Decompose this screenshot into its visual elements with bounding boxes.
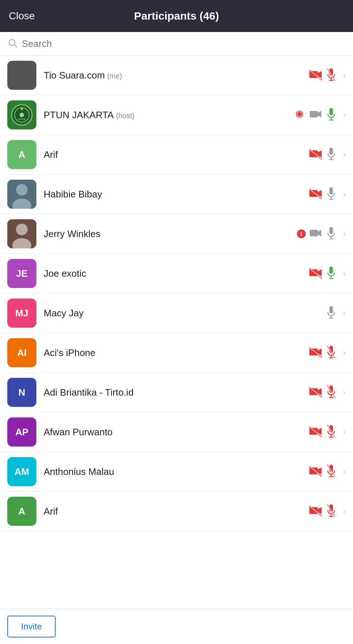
participant-row[interactable]: A Arif › [0, 135, 353, 175]
mic-on-icon [325, 266, 337, 281]
participant-row[interactable]: Tio Suara.com(me) › [0, 56, 353, 95]
video-off-icon [309, 385, 322, 400]
video-on-icon [309, 228, 322, 240]
recording-icon [293, 108, 306, 122]
participant-name: Anthonius Malau [44, 466, 309, 477]
avatar: A [7, 497, 36, 526]
svg-point-17 [297, 112, 302, 117]
video-off-icon [309, 345, 322, 360]
mic-off-icon [325, 68, 337, 83]
participant-tag: (host) [116, 112, 135, 120]
participants-list: Tio Suara.com(me) › PTUN PTUN JAKARTA(ho… [0, 56, 353, 609]
participant-row[interactable]: N Adi Briantika - Tirto.id › [0, 373, 353, 412]
participant-name: Adi Briantika - Tirto.id [44, 387, 309, 398]
svg-rect-55 [329, 306, 333, 313]
icons-area: › [309, 504, 346, 519]
chevron-right-icon: › [343, 348, 346, 358]
participant-row[interactable]: JE Joe exotic › [0, 254, 353, 293]
participant-row[interactable]: AM Anthonius Malau › [0, 452, 353, 492]
chevron-right-icon: › [343, 467, 346, 477]
mic-off-icon [325, 464, 337, 479]
participant-name: Habibie Bibay [44, 189, 309, 200]
chevron-right-icon: › [343, 70, 346, 80]
participant-row[interactable]: Jerry Winkles 1 › [0, 214, 353, 254]
icons-area: › [309, 147, 346, 162]
invite-button[interactable]: Invite [7, 616, 56, 637]
svg-rect-43 [310, 230, 318, 236]
participant-tag: (me) [107, 72, 122, 80]
chevron-right-icon: › [343, 229, 346, 239]
icons-area: › [309, 424, 346, 440]
close-button[interactable]: Close [9, 10, 35, 22]
chevron-right-icon: › [343, 427, 346, 437]
avatar: JE [7, 259, 36, 288]
search-bar [0, 32, 353, 56]
chevron-right-icon: › [343, 308, 346, 318]
participant-row[interactable]: Habibie Bibay › [0, 175, 353, 214]
mic-icon [325, 147, 337, 162]
mic-off-icon [325, 424, 337, 440]
participant-name: Jerry Winkles [44, 228, 297, 240]
svg-rect-94 [309, 507, 318, 514]
search-input[interactable] [22, 38, 346, 49]
video-off-icon [309, 266, 322, 281]
search-icon [7, 38, 17, 49]
svg-rect-48 [309, 269, 318, 276]
participant-row[interactable]: A Arif › [0, 492, 353, 531]
participant-row[interactable]: PTUN PTUN JAKARTA(host) › [0, 95, 353, 135]
svg-rect-23 [309, 151, 318, 157]
chevron-right-icon: › [343, 387, 346, 397]
participant-name: Aci's iPhone [44, 347, 309, 359]
icons-area: › [325, 305, 346, 321]
svg-rect-27 [329, 148, 333, 155]
icons-area: › [293, 107, 346, 123]
participant-name: Tio Suara.com(me) [44, 70, 309, 81]
svg-marker-44 [318, 230, 321, 236]
participant-name: Afwan Purwanto [44, 427, 309, 438]
svg-rect-33 [309, 190, 318, 197]
mic-icon [325, 226, 337, 241]
svg-rect-37 [329, 187, 333, 195]
video-off-icon [309, 187, 322, 202]
avatar [7, 219, 36, 248]
participant-row[interactable]: AP Afwan Purwanto › [0, 412, 353, 452]
icons-area: › [309, 187, 346, 202]
video-off-icon [309, 147, 322, 162]
svg-point-13 [20, 113, 24, 117]
svg-rect-52 [329, 267, 333, 274]
participant-name: Macy Jay [44, 308, 325, 319]
notification-badge: 1 [297, 229, 306, 238]
mic-off-icon [325, 385, 337, 400]
video-on-icon [309, 109, 322, 121]
mic-off-icon [325, 345, 337, 360]
svg-rect-20 [329, 108, 333, 115]
svg-point-31 [16, 184, 28, 196]
icons-area: › [309, 266, 346, 281]
footer: Invite [0, 609, 353, 644]
chevron-right-icon: › [343, 110, 346, 120]
svg-rect-45 [329, 227, 333, 234]
icons-area: › [309, 464, 346, 479]
avatar: PTUN [7, 100, 36, 129]
video-off-icon [309, 464, 322, 479]
mic-on-icon [325, 107, 337, 123]
icons-area: 1 › [297, 226, 346, 241]
avatar: MJ [7, 299, 36, 328]
participant-row[interactable]: AI Aci's iPhone › [0, 333, 353, 373]
chevron-right-icon: › [343, 268, 346, 279]
svg-rect-58 [309, 349, 318, 356]
svg-line-1 [14, 45, 16, 47]
header: Close Participants (46) [0, 0, 353, 32]
avatar: AM [7, 457, 36, 486]
avatar: A [7, 140, 36, 169]
participant-name: Joe exotic [44, 268, 309, 279]
participant-name: PTUN JAKARTA(host) [44, 109, 293, 121]
participant-row[interactable]: MJ Macy Jay › [0, 293, 353, 333]
svg-rect-85 [309, 468, 318, 475]
chevron-right-icon: › [343, 506, 346, 516]
chevron-right-icon: › [343, 189, 346, 199]
icons-area: › [309, 345, 346, 360]
video-off-icon [309, 424, 322, 440]
avatar: AP [7, 417, 36, 447]
video-off-icon [309, 68, 322, 83]
